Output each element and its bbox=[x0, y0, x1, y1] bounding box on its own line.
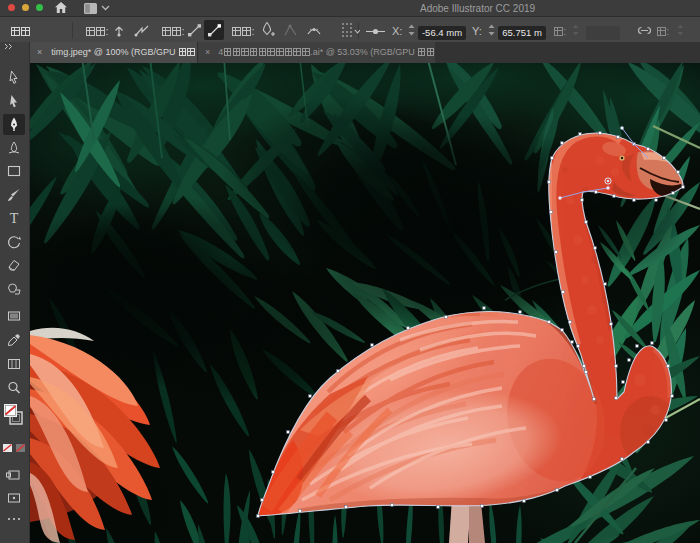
svg-text:T: T bbox=[10, 211, 19, 226]
